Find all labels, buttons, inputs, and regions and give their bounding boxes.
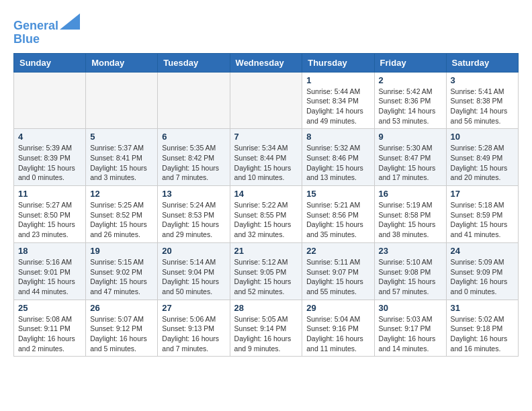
day-number: 6 (162, 132, 225, 142)
calendar-cell: 7Sunrise: 5:34 AMSunset: 8:44 PMDaylight… (230, 129, 302, 186)
day-info: Sunrise: 5:42 AMSunset: 8:36 PMDaylight:… (379, 87, 442, 126)
day-info: Sunrise: 5:18 AMSunset: 8:59 PMDaylight:… (451, 200, 514, 240)
day-info: Sunrise: 5:25 AMSunset: 8:52 PMDaylight:… (90, 200, 153, 240)
svg-marker-0 (60, 13, 80, 30)
day-number: 29 (306, 303, 369, 313)
day-number: 30 (379, 303, 442, 313)
calendar-cell: 4Sunrise: 5:39 AMSunset: 8:39 PMDaylight… (14, 129, 86, 186)
calendar-cell: 20Sunrise: 5:14 AMSunset: 9:04 PMDayligh… (158, 242, 230, 300)
calendar-cell: 23Sunrise: 5:10 AMSunset: 9:08 PMDayligh… (374, 242, 446, 300)
calendar-cell: 18Sunrise: 5:16 AMSunset: 9:01 PMDayligh… (14, 242, 86, 300)
day-header-friday: Friday (374, 53, 446, 72)
day-number: 25 (18, 303, 81, 313)
day-info: Sunrise: 5:06 AMSunset: 9:13 PMDaylight:… (162, 314, 225, 354)
calendar-cell: 6Sunrise: 5:35 AMSunset: 8:42 PMDaylight… (158, 129, 230, 186)
day-number: 5 (90, 132, 153, 142)
day-number: 24 (451, 246, 514, 256)
day-info: Sunrise: 5:14 AMSunset: 9:04 PMDaylight:… (162, 257, 225, 297)
calendar-cell: 30Sunrise: 5:03 AMSunset: 9:17 PMDayligh… (374, 300, 446, 357)
day-number: 23 (379, 246, 442, 256)
page-header: General Blue (13, 13, 519, 46)
day-info: Sunrise: 5:19 AMSunset: 8:58 PMDaylight:… (379, 200, 442, 240)
calendar-cell (14, 72, 86, 129)
calendar-cell: 19Sunrise: 5:15 AMSunset: 9:02 PMDayligh… (86, 242, 158, 300)
day-number: 9 (379, 132, 442, 142)
day-number: 13 (162, 189, 225, 199)
day-info: Sunrise: 5:03 AMSunset: 9:17 PMDaylight:… (379, 314, 442, 354)
day-header-wednesday: Wednesday (230, 53, 302, 72)
calendar-week-row: 18Sunrise: 5:16 AMSunset: 9:01 PMDayligh… (14, 242, 519, 300)
day-number: 28 (234, 303, 298, 313)
calendar-cell: 2Sunrise: 5:42 AMSunset: 8:36 PMDaylight… (374, 72, 446, 129)
day-number: 14 (234, 189, 298, 199)
day-number: 17 (451, 189, 514, 199)
day-number: 12 (90, 189, 153, 199)
logo-text: General Blue (13, 13, 80, 46)
calendar-header-row: SundayMondayTuesdayWednesdayThursdayFrid… (14, 53, 519, 72)
calendar-cell: 3Sunrise: 5:41 AMSunset: 8:38 PMDaylight… (446, 72, 518, 129)
day-info: Sunrise: 5:34 AMSunset: 8:44 PMDaylight:… (234, 143, 298, 183)
day-info: Sunrise: 5:12 AMSunset: 9:05 PMDaylight:… (234, 257, 298, 297)
day-info: Sunrise: 5:15 AMSunset: 9:02 PMDaylight:… (90, 257, 153, 297)
calendar-cell: 28Sunrise: 5:05 AMSunset: 9:14 PMDayligh… (230, 300, 302, 357)
logo: General Blue (13, 13, 80, 46)
day-info: Sunrise: 5:28 AMSunset: 8:49 PMDaylight:… (451, 143, 514, 183)
day-number: 1 (306, 75, 369, 85)
day-info: Sunrise: 5:41 AMSunset: 8:38 PMDaylight:… (451, 87, 514, 126)
calendar-cell: 17Sunrise: 5:18 AMSunset: 8:59 PMDayligh… (446, 186, 518, 243)
day-number: 2 (379, 75, 442, 85)
calendar-cell: 14Sunrise: 5:22 AMSunset: 8:55 PMDayligh… (230, 186, 302, 243)
calendar-cell: 10Sunrise: 5:28 AMSunset: 8:49 PMDayligh… (446, 129, 518, 186)
day-info: Sunrise: 5:11 AMSunset: 9:07 PMDaylight:… (306, 257, 369, 297)
calendar-cell (158, 72, 230, 129)
day-number: 16 (379, 189, 442, 199)
day-number: 20 (162, 246, 225, 256)
calendar-cell: 26Sunrise: 5:07 AMSunset: 9:12 PMDayligh… (86, 300, 158, 357)
calendar-cell: 9Sunrise: 5:30 AMSunset: 8:47 PMDaylight… (374, 129, 446, 186)
calendar-cell: 24Sunrise: 5:09 AMSunset: 9:09 PMDayligh… (446, 242, 518, 300)
calendar-cell: 12Sunrise: 5:25 AMSunset: 8:52 PMDayligh… (86, 186, 158, 243)
day-header-sunday: Sunday (14, 53, 86, 72)
calendar-cell: 13Sunrise: 5:24 AMSunset: 8:53 PMDayligh… (158, 186, 230, 243)
calendar-cell: 1Sunrise: 5:44 AMSunset: 8:34 PMDaylight… (302, 72, 374, 129)
day-number: 19 (90, 246, 153, 256)
day-info: Sunrise: 5:22 AMSunset: 8:55 PMDaylight:… (234, 200, 298, 240)
day-info: Sunrise: 5:37 AMSunset: 8:41 PMDaylight:… (90, 143, 153, 183)
calendar-week-row: 4Sunrise: 5:39 AMSunset: 8:39 PMDaylight… (14, 129, 519, 186)
day-number: 22 (306, 246, 369, 256)
day-number: 21 (234, 246, 298, 256)
calendar-cell: 15Sunrise: 5:21 AMSunset: 8:56 PMDayligh… (302, 186, 374, 243)
day-info: Sunrise: 5:02 AMSunset: 9:18 PMDaylight:… (451, 314, 514, 354)
day-info: Sunrise: 5:10 AMSunset: 9:08 PMDaylight:… (379, 257, 442, 297)
calendar-cell: 22Sunrise: 5:11 AMSunset: 9:07 PMDayligh… (302, 242, 374, 300)
calendar-cell (86, 72, 158, 129)
day-number: 15 (306, 189, 369, 199)
day-info: Sunrise: 5:30 AMSunset: 8:47 PMDaylight:… (379, 143, 442, 183)
day-info: Sunrise: 5:44 AMSunset: 8:34 PMDaylight:… (306, 87, 369, 126)
calendar-table: SundayMondayTuesdayWednesdayThursdayFrid… (13, 53, 519, 357)
day-info: Sunrise: 5:05 AMSunset: 9:14 PMDaylight:… (234, 314, 298, 354)
day-info: Sunrise: 5:32 AMSunset: 8:46 PMDaylight:… (306, 143, 369, 183)
day-info: Sunrise: 5:07 AMSunset: 9:12 PMDaylight:… (90, 314, 153, 354)
day-info: Sunrise: 5:35 AMSunset: 8:42 PMDaylight:… (162, 143, 225, 183)
day-info: Sunrise: 5:27 AMSunset: 8:50 PMDaylight:… (18, 200, 81, 240)
calendar-cell: 8Sunrise: 5:32 AMSunset: 8:46 PMDaylight… (302, 129, 374, 186)
day-info: Sunrise: 5:09 AMSunset: 9:09 PMDaylight:… (451, 257, 514, 297)
day-number: 4 (18, 132, 81, 142)
day-number: 18 (18, 246, 81, 256)
calendar-cell: 25Sunrise: 5:08 AMSunset: 9:11 PMDayligh… (14, 300, 86, 357)
calendar-cell: 29Sunrise: 5:04 AMSunset: 9:16 PMDayligh… (302, 300, 374, 357)
calendar-week-row: 11Sunrise: 5:27 AMSunset: 8:50 PMDayligh… (14, 186, 519, 243)
day-header-monday: Monday (86, 53, 158, 72)
day-info: Sunrise: 5:08 AMSunset: 9:11 PMDaylight:… (18, 314, 81, 354)
day-header-saturday: Saturday (446, 53, 518, 72)
calendar-cell: 16Sunrise: 5:19 AMSunset: 8:58 PMDayligh… (374, 186, 446, 243)
calendar-cell: 27Sunrise: 5:06 AMSunset: 9:13 PMDayligh… (158, 300, 230, 357)
calendar-cell (230, 72, 302, 129)
calendar-cell: 5Sunrise: 5:37 AMSunset: 8:41 PMDaylight… (86, 129, 158, 186)
day-info: Sunrise: 5:39 AMSunset: 8:39 PMDaylight:… (18, 143, 81, 183)
day-number: 8 (306, 132, 369, 142)
day-number: 26 (90, 303, 153, 313)
calendar-cell: 31Sunrise: 5:02 AMSunset: 9:18 PMDayligh… (446, 300, 518, 357)
calendar-week-row: 25Sunrise: 5:08 AMSunset: 9:11 PMDayligh… (14, 300, 519, 357)
